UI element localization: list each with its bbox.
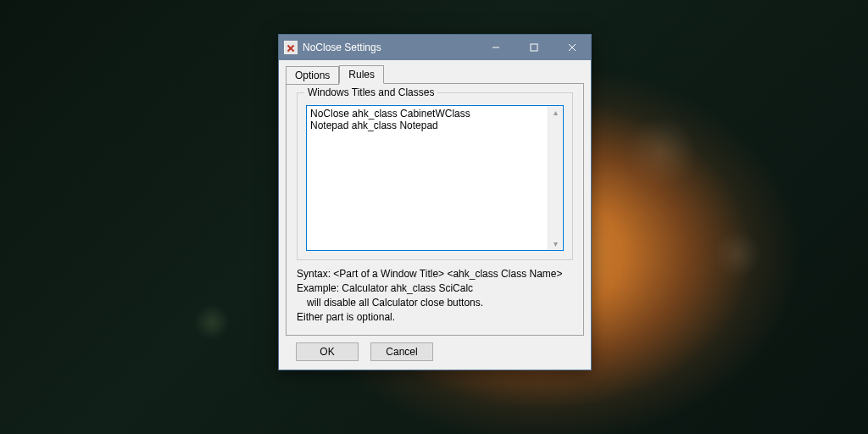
- close-icon: [568, 43, 576, 52]
- minimize-button[interactable]: [476, 35, 515, 60]
- help-text: Syntax: <Part of a Window Title> <ahk_cl…: [297, 267, 573, 325]
- help-example: Example: Calculator ahk_class SciCalc: [297, 281, 573, 296]
- tab-page-rules: Windows Titles and Classes ▴ ▾ Syntax: <…: [286, 83, 584, 336]
- dialog-buttons: OK Cancel: [286, 336, 584, 361]
- close-button[interactable]: [553, 35, 591, 60]
- scrollbar[interactable]: ▴ ▾: [548, 106, 563, 250]
- rules-textarea-wrap: ▴ ▾: [306, 105, 564, 251]
- minimize-icon: [492, 43, 500, 52]
- group-legend: Windows Titles and Classes: [304, 86, 437, 98]
- svg-rect-1: [531, 44, 537, 51]
- help-optional: Either part is optional.: [297, 310, 573, 325]
- tab-options[interactable]: Options: [286, 66, 339, 85]
- tab-strip: Options Rules: [286, 65, 584, 84]
- window-title: NoClose Settings: [303, 42, 476, 53]
- rules-textarea[interactable]: [307, 106, 548, 250]
- desktop-wallpaper: NoClose Settings Options Rules: [0, 0, 868, 434]
- help-syntax: Syntax: <Part of a Window Title> <ahk_cl…: [297, 267, 573, 281]
- help-example-note: will disable all Calculator close button…: [297, 296, 573, 310]
- tab-rules[interactable]: Rules: [339, 65, 384, 84]
- maximize-button[interactable]: [515, 35, 553, 60]
- window-controls: [476, 35, 591, 60]
- titlebar[interactable]: NoClose Settings: [279, 35, 591, 60]
- scroll-down-icon: ▾: [554, 237, 558, 250]
- ok-button[interactable]: OK: [296, 342, 359, 361]
- window-client-area: Options Rules Windows Titles and Classes…: [279, 60, 591, 370]
- maximize-icon: [530, 43, 538, 52]
- app-icon: [284, 41, 298, 54]
- settings-window: NoClose Settings Options Rules: [278, 34, 592, 370]
- scroll-up-icon: ▴: [554, 106, 558, 119]
- cancel-button[interactable]: Cancel: [370, 342, 433, 361]
- group-window-titles: Windows Titles and Classes ▴ ▾: [297, 92, 573, 260]
